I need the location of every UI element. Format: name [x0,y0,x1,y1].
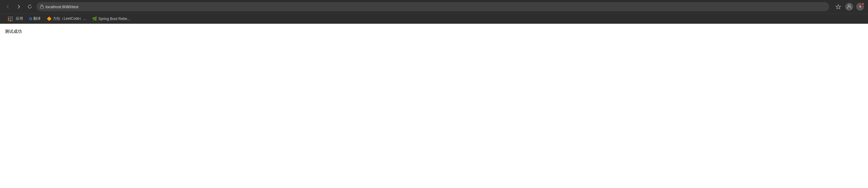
apps-grid-icon [6,16,14,22]
address-bar[interactable]: localhost:8080/test [36,2,829,11]
browser-chrome: localhost:8080/test [0,0,868,24]
leetcode-bookmark[interactable]: 🔶 力扣（LeetCode）... [44,15,89,22]
address-text: localhost:8080/test [45,5,826,9]
profile-icon [845,3,853,11]
page-content: 测试成功 [0,24,868,188]
springboot-label: Spring Boot Refer... [98,17,130,21]
profile-button[interactable] [845,2,854,11]
springboot-icon: 🌿 [92,17,97,21]
lock-icon [40,4,44,9]
forward-button[interactable] [14,2,23,11]
bookmarks-bar: 应用 G 翻译 🔶 力扣（LeetCode）... 🌿 Spring Boot … [0,14,868,24]
nav-bar: localhost:8080/test [0,0,868,14]
springboot-bookmark[interactable]: 🌿 Spring Boot Refer... [90,16,133,22]
notification-badge [861,2,864,5]
notification-button[interactable] [856,2,864,11]
leetcode-icon: 🔶 [47,17,52,21]
reload-button[interactable] [26,2,34,11]
leetcode-label: 力扣（LeetCode）... [53,16,86,21]
translate-icon: G [29,17,32,21]
svg-rect-0 [40,6,43,8]
translate-bookmark[interactable]: G 翻译 [27,15,43,22]
apps-label: 应用 [16,16,23,21]
page-main-text: 测试成功 [5,29,22,34]
translate-label: 翻译 [33,16,41,21]
star-button[interactable] [834,2,842,11]
apps-button[interactable]: 应用 [4,15,26,23]
browser-actions [834,2,864,11]
back-button[interactable] [4,2,12,11]
